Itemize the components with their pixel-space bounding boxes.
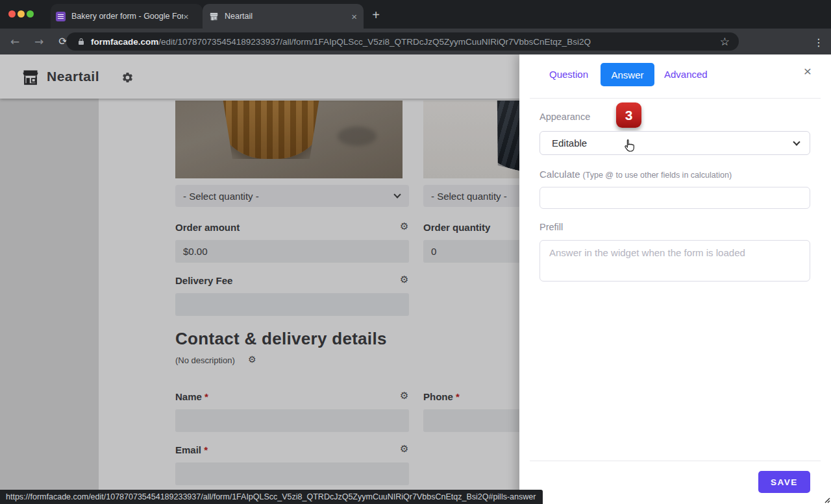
google-forms-favicon [56, 12, 66, 21]
page-content: Neartail - Select quantity - - Select qu… [0, 54, 831, 504]
hand-cursor-icon [622, 138, 636, 153]
storefront-favicon [209, 12, 219, 21]
forward-icon[interactable]: → [29, 29, 49, 54]
star-icon[interactable]: ☆ [720, 35, 730, 48]
url-path: /edit/107870735454189233937/all/form/1FA… [158, 37, 591, 47]
appearance-value: Editable [540, 138, 587, 149]
appearance-select[interactable]: Editable [540, 131, 810, 155]
tab-answer[interactable]: Answer [601, 63, 654, 86]
step-badge: 3 [616, 102, 641, 128]
tab-advanced[interactable]: Advanced [664, 69, 708, 80]
divider [530, 98, 821, 99]
calculate-input[interactable] [540, 187, 810, 209]
traffic-light-close-icon[interactable] [8, 10, 16, 18]
tab-question[interactable]: Question [549, 69, 588, 80]
status-bar: https://formfacade.com/edit/107870735454… [0, 490, 543, 504]
back-icon[interactable]: ← [5, 29, 25, 54]
tab-strip: Bakery order form - Google For × Neartai… [0, 0, 831, 29]
calculate-label-text: Calculate [540, 169, 580, 180]
resize-handle-icon[interactable] [823, 496, 830, 503]
divider [530, 461, 821, 461]
status-url: https://formfacade.com/edit/107870735454… [0, 492, 536, 501]
new-tab-button[interactable]: + [367, 6, 384, 23]
tab-neartail[interactable]: Neartail × [203, 4, 364, 29]
prefill-label: Prefill [540, 222, 563, 232]
address-bar[interactable]: formfacade.com /edit/1078707354541892339… [66, 32, 739, 51]
chevron-down-icon [793, 138, 800, 145]
tab-title: Neartail [225, 12, 351, 21]
traffic-light-minimize-icon[interactable] [18, 10, 25, 18]
traffic-light-zoom-icon[interactable] [27, 10, 34, 18]
browser-toolbar: ← → ⟳ formfacade.com /edit/1078707354541… [0, 29, 831, 54]
close-icon[interactable]: × [351, 12, 357, 21]
close-icon[interactable]: × [804, 64, 812, 78]
url-domain: formfacade.com [91, 37, 158, 47]
calculate-label: Calculate (Type @ to use other fields in… [540, 169, 732, 180]
save-button[interactable]: SAVE [758, 471, 810, 493]
prefill-textarea[interactable] [540, 240, 810, 282]
modal-dim-overlay [0, 54, 526, 504]
appearance-label: Appearance [540, 112, 590, 122]
calculate-hint: (Type @ to use other fields in calculati… [583, 171, 732, 180]
browser-window: Bakery order form - Google For × Neartai… [0, 0, 831, 504]
tab-title: Bakery order form - Google For [71, 12, 183, 21]
tab-bakery-order-form[interactable]: Bakery order form - Google For × [51, 4, 203, 29]
lock-icon [77, 37, 85, 46]
close-icon[interactable]: × [183, 12, 189, 21]
menu-dots-icon[interactable]: ⋮ [809, 30, 828, 56]
answer-settings-panel: Question Answer Advanced × 3 Appearance … [519, 54, 831, 504]
